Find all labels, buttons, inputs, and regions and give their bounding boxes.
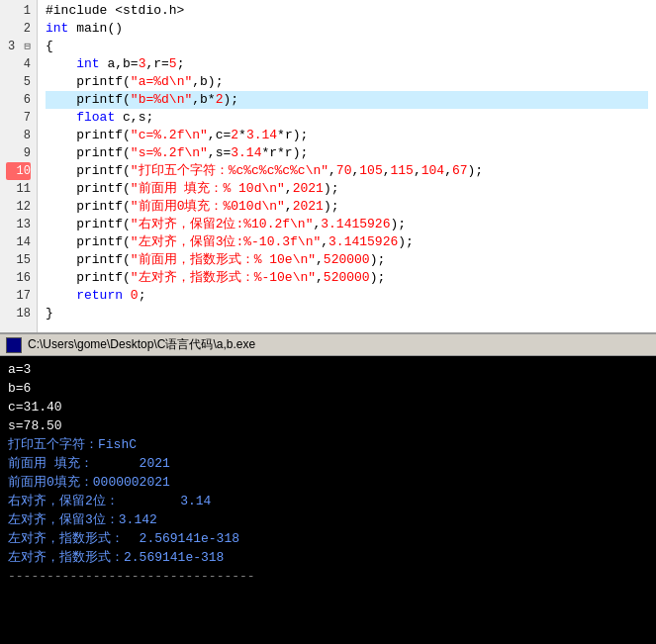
code-line-13: printf("右对齐，保留2位:%10.2f\n",3.1415926); <box>46 216 648 233</box>
terminal-title: C:\Users\gome\Desktop\C语言代码\a,b.exe <box>28 336 255 353</box>
terminal-section: C:\Users\gome\Desktop\C语言代码\a,b.exe a=3 … <box>0 334 656 644</box>
code-line-1: #include <stdio.h> <box>46 2 648 20</box>
term-line-7: 前面用0填充：0000002021 <box>8 473 648 492</box>
line-num-1: 1 <box>6 2 31 20</box>
terminal-icon <box>6 337 22 353</box>
line-numbers: 1 2 3 ⊟ 4 5 6 7 8 9 10 11 12 13 14 15 16… <box>0 0 38 332</box>
editor-section: 1 2 3 ⊟ 4 5 6 7 8 9 10 11 12 13 14 15 16… <box>0 0 656 334</box>
code-line-5: printf("a=%d\n",b); <box>46 73 648 91</box>
line-num-11: 11 <box>6 180 31 198</box>
term-line-8: 右对齐，保留2位： 3.14 <box>8 492 648 510</box>
term-line-10: 左对齐，指数形式： 2.569141e-318 <box>8 529 648 548</box>
line-num-3: 3 ⊟ <box>6 38 31 55</box>
code-line-18: } <box>46 305 648 322</box>
code-line-3: { <box>46 38 648 55</box>
terminal-titlebar: C:\Users\gome\Desktop\C语言代码\a,b.exe <box>0 334 656 356</box>
code-line-11: printf("前面用 填充：% 10d\n",2021); <box>46 180 648 198</box>
code-line-7: float c,s; <box>46 109 648 127</box>
line-num-5: 5 <box>6 73 31 91</box>
term-separator: -------------------------------- <box>8 567 648 586</box>
line-num-8: 8 <box>6 127 31 144</box>
term-line-6: 前面用 填充： 2021 <box>8 454 648 473</box>
term-line-4: s=78.50 <box>8 416 648 435</box>
term-line-11: 左对齐，指数形式：2.569141e-318 <box>8 548 648 567</box>
code-line-9: printf("s=%.2f\n",s=3.14*r*r); <box>46 144 648 162</box>
code-line-2: int main() <box>46 20 648 38</box>
line-num-4: 4 <box>6 55 31 73</box>
term-line-2: b=6 <box>8 379 648 398</box>
line-num-14: 14 <box>6 233 31 251</box>
line-num-12: 12 <box>6 198 31 216</box>
code-line-14: printf("左对齐，保留3位:%-10.3f\n",3.1415926); <box>46 233 648 251</box>
line-num-10: 10 <box>6 162 31 180</box>
terminal-content: a=3 b=6 c=31.40 s=78.50 打印五个字符：FishC 前面用… <box>0 356 656 644</box>
code-line-8: printf("c=%.2f\n",c=2*3.14*r); <box>46 127 648 144</box>
term-line-1: a=3 <box>8 360 648 379</box>
term-line-9: 左对齐，保留3位：3.142 <box>8 510 648 529</box>
line-num-18: 18 <box>6 305 31 322</box>
line-num-13: 13 <box>6 216 31 233</box>
code-line-4: int a,b=3,r=5; <box>46 55 648 73</box>
term-line-3: c=31.40 <box>8 398 648 416</box>
code-line-10: printf("打印五个字符：%c%c%c%c%c\n",70,105,115,… <box>46 162 648 180</box>
line-num-2: 2 <box>6 20 31 38</box>
code-line-12: printf("前面用0填充：%010d\n",2021); <box>46 198 648 216</box>
line-num-9: 9 <box>6 144 31 162</box>
term-line-5: 打印五个字符：FishC <box>8 435 648 454</box>
code-line-16: printf("左对齐，指数形式：%-10e\n",520000); <box>46 269 648 287</box>
code-line-17: return 0; <box>46 287 648 305</box>
line-num-16: 16 <box>6 269 31 287</box>
line-num-7: 7 <box>6 109 31 127</box>
line-num-6: 6 <box>6 91 31 109</box>
app-container: 1 2 3 ⊟ 4 5 6 7 8 9 10 11 12 13 14 15 16… <box>0 0 656 644</box>
code-content[interactable]: #include <stdio.h> int main() { int a,b=… <box>38 0 656 332</box>
line-num-17: 17 <box>6 287 31 305</box>
code-line-6: printf("b=%d\n",b*2); <box>46 91 648 109</box>
code-line-15: printf("前面用，指数形式：% 10e\n",520000); <box>46 251 648 269</box>
line-num-15: 15 <box>6 251 31 269</box>
